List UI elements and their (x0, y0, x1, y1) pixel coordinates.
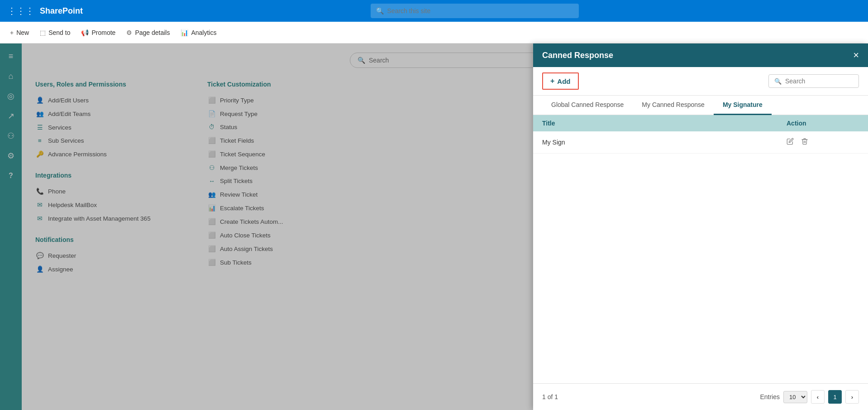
row-title: My Sign (542, 139, 787, 146)
panel-toolbar: + Add 🔍 (533, 67, 868, 96)
edit-icon (787, 138, 794, 145)
sp-logo: SharePoint (40, 6, 83, 16)
row-actions (787, 138, 859, 147)
toolbar: + New ⬚ Send to 📢 Promote ⚙ Page details… (0, 22, 868, 43)
canned-response-panel: Canned Response × + Add 🔍 Global Canned … (533, 43, 868, 410)
panel-title: Canned Response (542, 51, 613, 60)
topbar-search-input[interactable] (387, 7, 573, 14)
table-row: My Sign (533, 131, 868, 154)
panel-close-button[interactable]: × (853, 50, 859, 60)
waffle-icon[interactable]: ⋮⋮⋮ (7, 5, 34, 16)
plus-icon: + (10, 29, 14, 36)
page-1-button[interactable]: 1 (828, 390, 842, 404)
panel-search-icon: 🔍 (774, 78, 782, 85)
tab-global-canned-response[interactable]: Global Canned Response (542, 96, 633, 115)
page-details-icon: ⚙ (126, 29, 132, 36)
panel-search-container: 🔍 (768, 74, 859, 88)
pagination-info: 1 of 1 (542, 393, 558, 400)
promote-icon: 📢 (81, 29, 89, 36)
add-button[interactable]: + Add (542, 72, 579, 90)
topbar-search: 🔍 (371, 4, 579, 18)
delete-icon (801, 138, 808, 145)
entries-select[interactable]: 10 25 50 (783, 391, 807, 403)
sendto-button[interactable]: ⬚ Send to (35, 26, 75, 39)
table-header: Title Action (533, 115, 868, 131)
col-action: Action (787, 120, 859, 127)
pagination-right: Entries 10 25 50 ‹ 1 › (760, 390, 859, 404)
prev-page-button[interactable]: ‹ (811, 390, 825, 404)
panel-tabs: Global Canned Response My Canned Respons… (533, 96, 868, 115)
panel-pagination: 1 of 1 Entries 10 25 50 ‹ 1 › (533, 383, 868, 410)
page-details-button[interactable]: ⚙ Page details (122, 26, 174, 39)
new-button[interactable]: + New (5, 26, 33, 39)
sendto-icon: ⬚ (40, 29, 46, 36)
analytics-icon: 📊 (181, 29, 188, 36)
panel-header: Canned Response × (533, 43, 868, 67)
table-body: My Sign (533, 131, 868, 383)
search-icon: 🔍 (376, 7, 384, 14)
tab-my-canned-response[interactable]: My Canned Response (633, 96, 714, 115)
delete-button[interactable] (801, 138, 808, 147)
topbar: ⋮⋮⋮ SharePoint 🔍 (0, 0, 868, 22)
next-page-button[interactable]: › (845, 390, 859, 404)
edit-button[interactable] (787, 138, 794, 147)
tab-my-signature[interactable]: My Signature (714, 96, 772, 115)
promote-button[interactable]: 📢 Promote (76, 26, 120, 39)
col-title: Title (542, 120, 787, 127)
analytics-button[interactable]: 📊 Analytics (176, 26, 221, 39)
panel-search-input[interactable] (785, 77, 853, 85)
add-icon: + (550, 77, 554, 85)
entries-label: Entries (760, 393, 780, 400)
